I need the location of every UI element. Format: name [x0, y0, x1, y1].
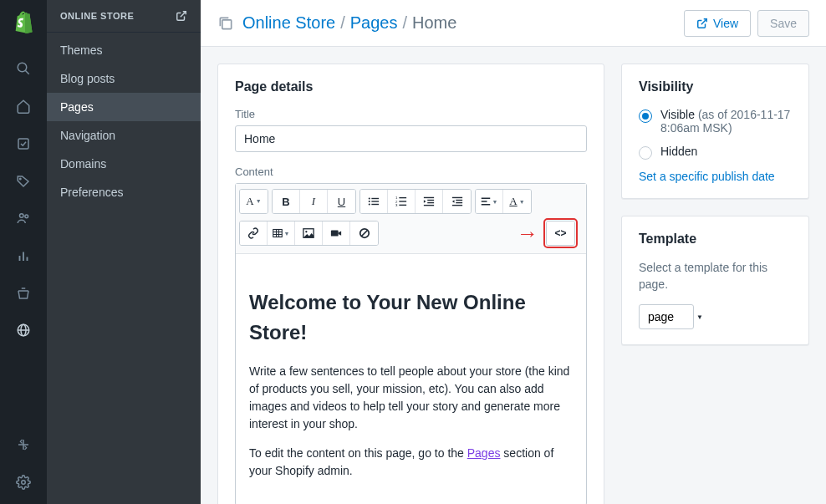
- svg-rect-27: [399, 205, 406, 206]
- svg-rect-30: [427, 202, 434, 203]
- icon-rail: [0, 0, 47, 504]
- visibility-heading: Visibility: [639, 79, 792, 94]
- visibility-card: Visibility Visible (as of 2016-11-17 8:0…: [621, 64, 809, 199]
- sidebar-item-preferences[interactable]: Preferences: [47, 178, 201, 206]
- sidebar-item-navigation[interactable]: Navigation: [47, 121, 201, 150]
- title-input[interactable]: [235, 125, 587, 152]
- orders-icon[interactable]: [7, 128, 40, 159]
- page-details-heading: Page details: [235, 79, 587, 94]
- svg-rect-31: [424, 205, 434, 206]
- svg-rect-36: [481, 198, 490, 200]
- view-button[interactable]: View: [684, 10, 751, 37]
- settings-icon[interactable]: [7, 466, 40, 497]
- template-card: Template Select a template for this page…: [621, 216, 809, 345]
- svg-text:3: 3: [395, 203, 398, 207]
- color-dropdown[interactable]: A▼: [503, 190, 531, 213]
- svg-rect-25: [399, 201, 406, 201]
- svg-rect-35: [451, 205, 461, 206]
- template-help: Select a template for this page.: [639, 260, 792, 293]
- breadcrumb-current: Home: [412, 13, 456, 33]
- svg-rect-23: [399, 197, 406, 198]
- bold-button[interactable]: B: [273, 190, 300, 213]
- svg-rect-38: [481, 204, 490, 206]
- outdent-button[interactable]: [416, 190, 443, 213]
- radio-icon: [639, 109, 652, 123]
- svg-point-3: [20, 178, 22, 180]
- discounts-icon[interactable]: [7, 277, 40, 308]
- svg-rect-29: [427, 200, 434, 201]
- external-link-icon[interactable]: [176, 10, 187, 22]
- italic-button[interactable]: I: [300, 190, 328, 213]
- link-button[interactable]: [240, 221, 268, 245]
- home-icon[interactable]: [7, 91, 40, 122]
- align-dropdown[interactable]: ▼: [476, 190, 503, 213]
- svg-rect-37: [481, 201, 487, 202]
- svg-rect-2: [18, 139, 28, 149]
- online-store-icon[interactable]: [7, 315, 40, 346]
- clear-format-button[interactable]: [350, 221, 378, 245]
- svg-rect-14: [222, 19, 232, 28]
- svg-point-20: [369, 203, 370, 205]
- pages-link[interactable]: Pages: [467, 446, 501, 460]
- svg-rect-34: [456, 202, 462, 203]
- html-button[interactable]: <>: [547, 221, 574, 245]
- apps-icon[interactable]: [7, 430, 40, 461]
- breadcrumb-online-store[interactable]: Online Store: [242, 13, 335, 33]
- sidebar-item-domains[interactable]: Domains: [47, 150, 201, 178]
- template-select[interactable]: page: [639, 304, 694, 329]
- table-dropdown[interactable]: ▼: [268, 221, 295, 245]
- svg-line-48: [361, 231, 367, 237]
- publish-date-link[interactable]: Set a specific publish date: [639, 170, 775, 183]
- sidebar-title: ONLINE STORE: [60, 11, 134, 21]
- svg-rect-19: [371, 201, 379, 201]
- sidebar-item-blog-posts[interactable]: Blog posts: [47, 64, 201, 93]
- breadcrumbs: Online Store / Pages / Home: [242, 13, 677, 33]
- content-paragraph-2: To edit the content on this page, go to …: [249, 445, 573, 480]
- underline-button[interactable]: U: [328, 190, 355, 213]
- format-dropdown[interactable]: A▼: [240, 190, 268, 213]
- topbar: Online Store / Pages / Home View Save: [201, 0, 826, 47]
- svg-point-18: [369, 201, 370, 202]
- customers-icon[interactable]: [7, 203, 40, 234]
- content-body[interactable]: Welcome to Your New Online Store! Write …: [236, 254, 586, 504]
- video-button[interactable]: [323, 221, 350, 245]
- svg-rect-33: [456, 200, 462, 201]
- content-heading: Welcome to Your New Online Store!: [249, 288, 573, 348]
- template-heading: Template: [639, 232, 792, 247]
- bullet-list-button[interactable]: [360, 190, 388, 213]
- callout-arrow: →: [517, 221, 538, 247]
- svg-line-13: [181, 12, 186, 17]
- radio-icon: [639, 146, 652, 160]
- image-button[interactable]: [295, 221, 323, 245]
- sidebar-item-themes[interactable]: Themes: [47, 36, 201, 64]
- search-icon[interactable]: [7, 53, 40, 84]
- svg-rect-39: [273, 230, 282, 237]
- sidebar: ONLINE STORE Themes Blog posts Pages Nav…: [47, 0, 201, 504]
- number-list-button[interactable]: 123: [388, 190, 416, 213]
- svg-point-12: [22, 480, 26, 484]
- svg-rect-46: [331, 231, 339, 237]
- visibility-visible-radio[interactable]: Visible (as of 2016-11-17 8:06am MSK): [639, 108, 792, 135]
- analytics-icon[interactable]: [7, 241, 40, 272]
- pages-icon: [217, 15, 234, 32]
- svg-point-5: [25, 215, 28, 218]
- shopify-logo[interactable]: [12, 10, 35, 33]
- visibility-hidden-radio[interactable]: Hidden: [639, 145, 792, 160]
- save-button[interactable]: Save: [757, 10, 809, 37]
- html-button-highlight: <>: [543, 218, 578, 248]
- svg-line-1: [25, 71, 29, 75]
- svg-rect-32: [451, 197, 461, 198]
- svg-point-45: [305, 231, 307, 232]
- content-paragraph-1: Write a few sentences to tell people abo…: [249, 363, 573, 433]
- svg-point-0: [18, 64, 27, 73]
- breadcrumb-pages[interactable]: Pages: [350, 13, 398, 33]
- indent-button[interactable]: [443, 190, 471, 213]
- svg-point-4: [20, 214, 24, 218]
- svg-rect-21: [371, 204, 379, 205]
- rich-text-editor: A▼ B I U 123: [235, 183, 587, 504]
- products-icon[interactable]: [7, 165, 40, 196]
- sidebar-item-pages[interactable]: Pages: [47, 93, 201, 121]
- title-label: Title: [235, 108, 587, 120]
- svg-rect-28: [424, 197, 434, 198]
- svg-line-15: [701, 18, 706, 23]
